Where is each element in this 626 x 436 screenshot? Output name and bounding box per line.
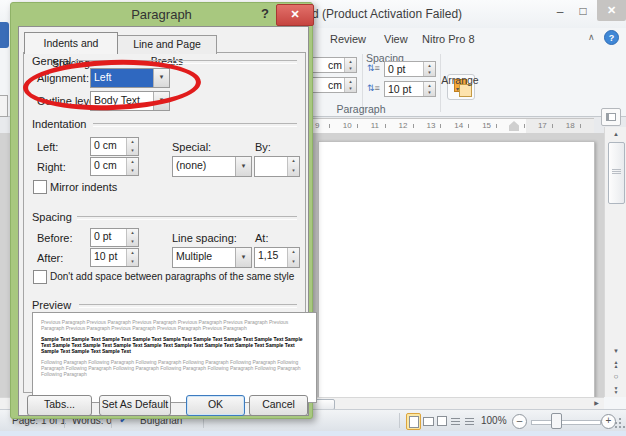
special-label: Special:	[172, 141, 211, 153]
desktop-edge	[0, 431, 626, 436]
minimize-button[interactable]: –	[552, 5, 568, 19]
scroll-right-button[interactable]: ▶	[589, 398, 604, 409]
before-label: Before:	[37, 232, 72, 244]
vertical-scrollbar[interactable]: ▲ ▼ ▲▲ ○ ▼▼	[604, 127, 626, 397]
tab-indents-and-spacing[interactable]: Indents and Spacing	[24, 32, 118, 54]
spin-up-icon[interactable]: ▴	[424, 82, 435, 89]
before-spinner-field[interactable]: 0 pt ▴▾	[90, 228, 139, 247]
by-value	[255, 157, 287, 176]
tab-line-and-page-breaks[interactable]: Line and Page Breaks	[117, 35, 217, 54]
special-dropdown[interactable]: (none) ▾	[172, 156, 252, 177]
dialog-close-icon[interactable]: ✕	[276, 4, 314, 26]
set-as-default-button[interactable]: Set As Default	[99, 395, 171, 416]
spin-down-icon[interactable]: ▾	[288, 167, 299, 177]
ribbon-tab-review[interactable]: Review	[330, 33, 366, 45]
zoom-slider-track[interactable]	[531, 420, 601, 425]
outline-view-button[interactable]	[448, 413, 463, 430]
dialog-help-icon[interactable]: ?	[257, 6, 273, 22]
previous-page-button[interactable]: ▲▲	[605, 358, 626, 370]
help-icon[interactable]: ?	[604, 30, 619, 45]
after-label: After:	[37, 252, 63, 264]
spin-up-icon[interactable]: ▴	[127, 249, 138, 258]
ruler-tick	[440, 124, 441, 128]
zoom-slider-thumb[interactable]	[551, 413, 562, 429]
spin-up-icon[interactable]: ▴	[345, 78, 356, 85]
before-value: 0 pt	[91, 229, 126, 246]
cancel-button[interactable]: Cancel	[249, 395, 308, 416]
zoom-in-button[interactable]: +	[601, 414, 616, 429]
scroll-down-button[interactable]: ▼	[605, 345, 626, 357]
at-spinner-field[interactable]: 1,15 ▴▾	[254, 247, 300, 268]
vertical-scroll-thumb[interactable]	[608, 142, 625, 204]
tabs-button[interactable]: Tabs...	[27, 395, 92, 416]
ruler-number: 18	[566, 121, 575, 130]
ruler-tick	[385, 124, 386, 128]
at-value: 1,15	[255, 248, 287, 267]
line-spacing-dropdown[interactable]: Multiple ▾	[172, 247, 252, 268]
by-spinner-field[interactable]: ▴▾	[254, 156, 300, 177]
spin-up-icon[interactable]: ▴	[127, 229, 138, 238]
spin-up-icon[interactable]: ▴	[345, 58, 356, 65]
ruler-number: 9	[315, 121, 319, 130]
ok-button[interactable]: OK	[186, 395, 245, 416]
arrange-dropdown-icon: ▾	[456, 85, 459, 92]
spin-down-icon[interactable]: ▾	[424, 89, 435, 96]
ribbon-tab-view[interactable]: View	[384, 33, 408, 45]
special-dropdown-arrow-icon[interactable]: ▾	[235, 157, 251, 176]
zoom-level[interactable]: 100%	[481, 415, 507, 426]
right-indent-marker[interactable]	[509, 121, 519, 131]
spin-up-icon[interactable]: ▴	[288, 157, 299, 167]
spin-down-icon[interactable]: ▾	[345, 85, 356, 92]
spin-down-icon[interactable]: ▾	[127, 167, 138, 176]
spacing-before-spinner[interactable]: ▴▾	[423, 62, 435, 76]
select-browse-object-button[interactable]: ○	[605, 371, 626, 383]
indent-left-spinner[interactable]: ▴▾	[344, 58, 356, 72]
indent-left-label: Left:	[37, 141, 58, 153]
ruler-toggle-button[interactable]	[601, 108, 621, 126]
draft-view-button[interactable]	[462, 413, 477, 430]
resize-grip[interactable]	[615, 422, 617, 424]
window-close-button[interactable]: ✕	[597, 0, 626, 21]
spacing-after-spinner[interactable]: ▴▾	[423, 82, 435, 96]
ruler-tick	[413, 124, 414, 128]
line-spacing-dropdown-arrow-icon[interactable]: ▾	[235, 248, 251, 267]
next-page-button[interactable]: ▼▼	[605, 384, 626, 396]
spin-down-icon[interactable]: ▾	[127, 258, 138, 267]
preview-sample-text: Sample Text Sample Text Sample Text Samp…	[41, 336, 308, 354]
file-tab-fragment[interactable]	[0, 22, 9, 48]
spacing-legend: Spacing	[30, 211, 74, 223]
spin-down-icon[interactable]: ▾	[127, 238, 138, 247]
mirror-indents-label: Mirror indents	[50, 181, 117, 193]
indent-right-spinner[interactable]: ▴▾	[344, 78, 356, 92]
scroll-up-button[interactable]: ▲	[605, 128, 626, 140]
spin-down-icon[interactable]: ▾	[424, 69, 435, 76]
mirror-indents-checkbox[interactable]	[33, 180, 47, 194]
spin-up-icon[interactable]: ▴	[127, 138, 138, 147]
spacing-before-field[interactable]: 0 pt ▴▾	[384, 61, 436, 77]
spacing-after-field[interactable]: 10 pt ▴▾	[384, 81, 436, 97]
indent-right-spinner-field[interactable]: 0 cm ▴▾	[90, 157, 139, 176]
spin-up-icon[interactable]: ▴	[424, 62, 435, 69]
ruler-tick	[329, 124, 330, 128]
spacing-after-value: 10 pt	[385, 82, 423, 96]
maximize-button[interactable]: □	[575, 4, 591, 18]
ribbon-tab-nitro[interactable]: Nitro Pro 8	[422, 33, 475, 45]
spin-down-icon[interactable]: ▾	[288, 258, 299, 268]
fullscreen-reading-view-button[interactable]	[420, 413, 435, 430]
print-layout-view-button[interactable]	[406, 413, 421, 430]
ribbon-collapse-icon[interactable]: ∧	[588, 32, 595, 42]
indent-left-spinner-field[interactable]: 0 cm ▴▾	[90, 137, 139, 156]
document-page[interactable]	[318, 141, 595, 403]
spin-down-icon[interactable]: ▾	[345, 65, 356, 72]
special-value: (none)	[173, 157, 235, 176]
paragraph-dialog: Paragraph ? ✕ Indents and Spacing Line a…	[10, 2, 313, 419]
spin-up-icon[interactable]: ▴	[127, 158, 138, 167]
after-spinner-field[interactable]: 10 pt ▴▾	[90, 248, 139, 267]
spin-down-icon[interactable]: ▾	[127, 147, 138, 156]
ruler-tick	[357, 124, 358, 128]
spin-up-icon[interactable]: ▴	[288, 248, 299, 258]
no-space-checkbox[interactable]	[33, 270, 47, 284]
web-layout-view-button[interactable]	[434, 413, 449, 430]
indent-right-label: Right:	[37, 161, 66, 173]
zoom-out-button[interactable]: –	[512, 414, 527, 429]
